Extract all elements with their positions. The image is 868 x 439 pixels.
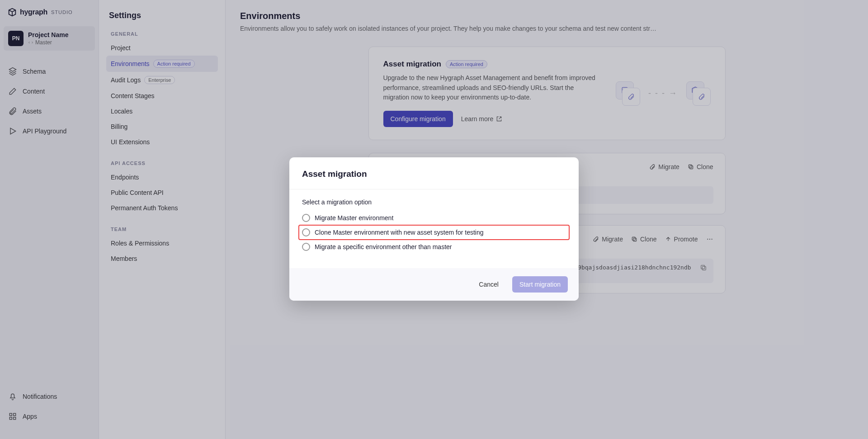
migration-option-master[interactable]: Migrate Master environment bbox=[302, 211, 566, 225]
modal-prompt: Select a migration option bbox=[302, 198, 566, 206]
migration-option-clone[interactable]: Clone Master environment with new asset … bbox=[298, 225, 570, 240]
start-migration-button[interactable]: Start migration bbox=[512, 276, 568, 293]
radio-icon bbox=[302, 214, 310, 222]
cancel-button[interactable]: Cancel bbox=[472, 276, 506, 293]
modal-overlay[interactable]: Asset migration Select a migration optio… bbox=[0, 0, 868, 439]
radio-icon bbox=[302, 243, 310, 251]
modal-title: Asset migration bbox=[302, 169, 566, 179]
radio-icon bbox=[302, 228, 310, 236]
asset-migration-modal: Asset migration Select a migration optio… bbox=[289, 157, 579, 301]
migration-option-specific[interactable]: Migrate a specific environment other tha… bbox=[302, 240, 566, 254]
